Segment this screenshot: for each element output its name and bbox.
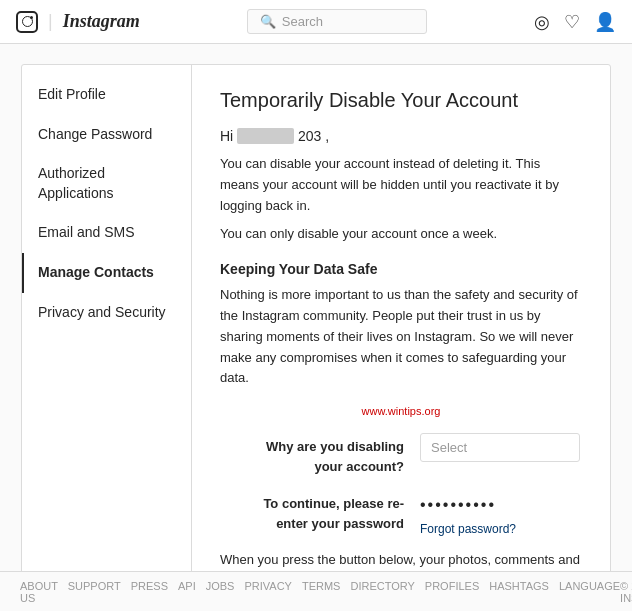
red-arrow-indicator: ↘ <box>609 434 610 462</box>
watermark-text: www.wintips.org <box>220 405 582 417</box>
header-icons: ◎ ♡ 👤 <box>534 11 616 33</box>
footer-profiles[interactable]: PROFILES <box>425 580 479 604</box>
section-para: Nothing is more important to us than the… <box>220 285 582 389</box>
search-bar[interactable]: 🔍 Search <box>247 9 427 34</box>
section-title: Keeping Your Data Safe <box>220 261 582 277</box>
footer-directory[interactable]: DIRECTORY <box>350 580 414 604</box>
reason-select[interactable]: Select I'm busy or need a break I have a… <box>420 433 580 462</box>
password-row: To continue, please re-enter your passwo… <box>220 490 582 536</box>
forgot-password-link[interactable]: Forgot password? <box>420 522 582 536</box>
footer-hashtags[interactable]: HASHTAGS <box>489 580 549 604</box>
sidebar-item-email-sms[interactable]: Email and SMS <box>22 213 191 253</box>
greeting-prefix: Hi <box>220 128 233 144</box>
reason-label: Why are you disablingyour account? <box>220 433 420 476</box>
footer-privacy[interactable]: PRIVACY <box>244 580 291 604</box>
instagram-logo-icon <box>16 11 38 33</box>
compass-icon[interactable]: ◎ <box>534 11 550 33</box>
reason-row: Why are you disablingyour account? Selec… <box>220 433 582 476</box>
para1: You can disable your account instead of … <box>220 154 582 216</box>
settings-container: Edit Profile Change Password Authorized … <box>21 64 611 611</box>
footer-terms[interactable]: TERMS <box>302 580 341 604</box>
footer-press[interactable]: PRESS <box>131 580 168 604</box>
footer-api[interactable]: API <box>178 580 196 604</box>
header: | Instagram 🔍 Search ◎ ♡ 👤 <box>0 0 632 44</box>
instagram-wordmark: Instagram <box>63 11 140 32</box>
password-dots: •••••••••• <box>420 490 582 520</box>
search-icon: 🔍 <box>260 14 276 29</box>
password-label: To continue, please re-enter your passwo… <box>220 490 420 533</box>
red-arrow-icon: ↘ <box>609 432 610 463</box>
user-icon[interactable]: 👤 <box>594 11 616 33</box>
footer-links: ABOUT US SUPPORT PRESS API JOBS PRIVACY … <box>20 580 620 604</box>
footer-support[interactable]: SUPPORT <box>68 580 121 604</box>
header-left: | Instagram <box>16 11 140 33</box>
select-wrapper: Select I'm busy or need a break I have a… <box>420 433 582 462</box>
footer-language[interactable]: LANGUAGE <box>559 580 620 604</box>
reason-control: Select I'm busy or need a break I have a… <box>420 433 582 462</box>
main-content: Temporarily Disable Your Account Hi b---… <box>192 65 610 611</box>
sidebar-item-authorized-apps[interactable]: Authorized Applications <box>22 154 191 213</box>
greeting: Hi b--------t 203 , <box>220 128 582 144</box>
sidebar-item-privacy-security[interactable]: Privacy and Security <box>22 293 191 333</box>
page-wrapper: Edit Profile Change Password Authorized … <box>0 44 632 611</box>
footer: ABOUT US SUPPORT PRESS API JOBS PRIVACY … <box>0 571 632 611</box>
footer-about-us[interactable]: ABOUT US <box>20 580 58 604</box>
sidebar-item-manage-contacts[interactable]: Manage Contacts <box>22 253 191 293</box>
para2: You can only disable your account once a… <box>220 224 582 245</box>
header-divider: | <box>48 11 53 32</box>
username-blurred: b--------t <box>237 128 294 144</box>
sidebar-item-edit-profile[interactable]: Edit Profile <box>22 75 191 115</box>
footer-copyright: © 2019 INSTAGRAM <box>620 580 632 604</box>
watermark-area: Nothing is more important to us than the… <box>220 285 582 417</box>
password-control: •••••••••• Forgot password? <box>420 490 582 536</box>
page-title: Temporarily Disable Your Account <box>220 89 582 112</box>
greeting-suffix: 203 , <box>298 128 329 144</box>
search-placeholder: Search <box>282 14 323 29</box>
sidebar: Edit Profile Change Password Authorized … <box>22 65 192 611</box>
heart-icon[interactable]: ♡ <box>564 11 580 33</box>
sidebar-item-change-password[interactable]: Change Password <box>22 115 191 155</box>
footer-jobs[interactable]: JOBS <box>206 580 235 604</box>
